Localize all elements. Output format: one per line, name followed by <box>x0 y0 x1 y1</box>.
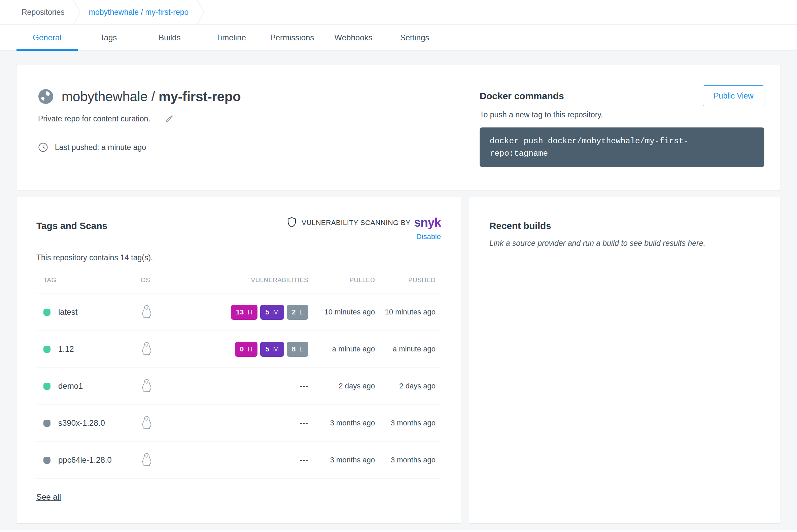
tags-and-scans-card: Tags and Scans VULNERABILITY SCANNING BY… <box>16 197 461 524</box>
tag-name-link[interactable]: 1.12 <box>58 344 74 354</box>
docker-commands-section: Docker commands Public View To push a ne… <box>479 86 764 190</box>
tag-name-link[interactable]: s390x-1.28.0 <box>58 418 105 428</box>
tab-settings[interactable]: Settings <box>384 24 445 51</box>
shield-icon <box>287 217 297 228</box>
chevron-separator-icon <box>196 0 205 24</box>
tags-table-header: TAG OS VULNERABILITIES PULLED PUSHED <box>36 267 441 294</box>
breadcrumb-current-repo[interactable]: mobythewhale / my-first-repo <box>89 8 189 17</box>
recent-builds-empty-message: Link a source provider and run a build t… <box>489 239 760 248</box>
edit-description-icon[interactable] <box>165 114 174 124</box>
vulnerability-badge-high[interactable]: 0H <box>235 342 258 357</box>
repo-namespace: mobythewhale / <box>61 89 155 104</box>
linux-os-icon <box>141 342 153 357</box>
tab-webhooks[interactable]: Webhooks <box>323 24 384 51</box>
pushed-time: 2 days ago <box>378 382 441 391</box>
pulled-time: 2 days ago <box>310 382 378 391</box>
col-header-tag: TAG <box>36 277 136 284</box>
push-instruction: To push a new tag to this repository, <box>479 110 764 119</box>
tag-count-summary: This repository contains 14 tag(s). <box>36 253 441 262</box>
tags-and-scans-title: Tags and Scans <box>36 221 107 241</box>
linux-os-icon <box>141 416 153 431</box>
linux-os-icon <box>141 379 153 394</box>
repo-name: my-first-repo <box>159 89 241 104</box>
tag-status-dot <box>43 420 51 427</box>
vulnerability-badge-medium[interactable]: 5M <box>260 305 284 320</box>
tab-timeline[interactable]: Timeline <box>200 24 261 51</box>
recent-builds-card: Recent builds Link a source provider and… <box>469 197 781 524</box>
vulnerability-badge-medium[interactable]: 5M <box>260 342 284 357</box>
breadcrumb-repositories[interactable]: Repositories <box>21 8 65 17</box>
repo-description: Private repo for content curation. <box>38 114 150 124</box>
see-all-link[interactable]: See all <box>36 492 61 502</box>
no-scan-placeholder: --- <box>300 456 308 464</box>
repo-info: mobythewhale / my-first-repo Private rep… <box>38 86 241 190</box>
next-section-edge <box>0 530 797 532</box>
vulnerability-badge-low[interactable]: 8L <box>287 342 308 357</box>
pushed-time: 10 minutes ago <box>378 308 441 317</box>
repository-page: Repositories mobythewhale / my-first-rep… <box>0 0 797 532</box>
last-pushed-label: Last pushed: a minute ago <box>55 143 146 152</box>
vulnerability-badge-high[interactable]: 13H <box>231 305 258 320</box>
pushed-time: 3 months ago <box>378 456 441 464</box>
tag-name-link[interactable]: demo1 <box>58 381 83 391</box>
tag-status-dot <box>43 457 51 464</box>
vulnerability-scanning-label: VULNERABILITY SCANNING BY <box>302 218 411 227</box>
vulnerability-badge-low[interactable]: 2L <box>287 305 308 320</box>
pulled-time: 3 months ago <box>310 419 378 428</box>
pushed-time: a minute ago <box>378 345 441 354</box>
tag-name-link[interactable]: ppc64le-1.28.0 <box>58 455 112 465</box>
tab-tags[interactable]: Tags <box>78 24 139 51</box>
command-text: docker push docker/mobythewhale/my-first… <box>490 135 698 160</box>
page-title: mobythewhale / my-first-repo <box>61 89 241 104</box>
tab-builds[interactable]: Builds <box>139 24 200 51</box>
table-row[interactable]: 1.12 0H 5M 8L a minute ago a minute ago <box>36 331 441 368</box>
linux-os-icon <box>141 305 153 320</box>
col-header-pushed: PUSHED <box>378 277 441 284</box>
pushed-time: 3 months ago <box>378 419 441 428</box>
recent-builds-title: Recent builds <box>489 221 760 231</box>
linux-os-icon <box>141 453 153 468</box>
col-header-vulnerabilities: VULNERABILITIES <box>186 277 310 284</box>
tag-status-dot <box>43 309 51 316</box>
tag-status-dot <box>43 346 51 353</box>
pulled-time: 10 minutes ago <box>310 308 378 317</box>
tab-permissions[interactable]: Permissions <box>261 24 323 51</box>
table-row[interactable]: ppc64le-1.28.0 --- 3 months ago 3 months… <box>36 442 441 479</box>
pulled-time: a minute ago <box>310 345 378 354</box>
tag-status-dot <box>43 383 51 390</box>
public-view-button[interactable]: Public View <box>703 86 764 106</box>
pulled-time: 3 months ago <box>310 456 378 464</box>
chevron-separator-icon <box>72 0 81 24</box>
snyk-logo: snyk <box>414 216 441 230</box>
docker-commands-title: Docker commands <box>479 91 564 101</box>
tags-table: TAG OS VULNERABILITIES PULLED PUSHED lat… <box>36 267 441 479</box>
repo-tabs: General Tags Builds Timeline Permissions… <box>0 24 797 51</box>
docker-push-command: docker push docker/mobythewhale/my-first… <box>479 128 764 167</box>
clock-icon <box>38 142 48 152</box>
col-header-pulled: PULLED <box>310 277 378 284</box>
table-row[interactable]: demo1 --- 2 days ago 2 days ago <box>36 368 441 405</box>
repo-overview-card: mobythewhale / my-first-repo Private rep… <box>16 65 781 190</box>
globe-icon <box>38 89 54 104</box>
table-row[interactable]: s390x-1.28.0 --- 3 months ago 3 months a… <box>36 405 441 442</box>
table-row[interactable]: latest 13H 5M 2L 10 minutes ago 10 minut… <box>36 294 441 331</box>
no-scan-placeholder: --- <box>300 382 308 391</box>
no-scan-placeholder: --- <box>300 419 308 428</box>
col-header-os: OS <box>136 277 186 284</box>
tag-name-link[interactable]: latest <box>58 307 77 317</box>
tab-general[interactable]: General <box>17 24 78 51</box>
disable-scanning-link[interactable]: Disable <box>416 232 441 241</box>
breadcrumb: Repositories mobythewhale / my-first-rep… <box>0 0 797 24</box>
